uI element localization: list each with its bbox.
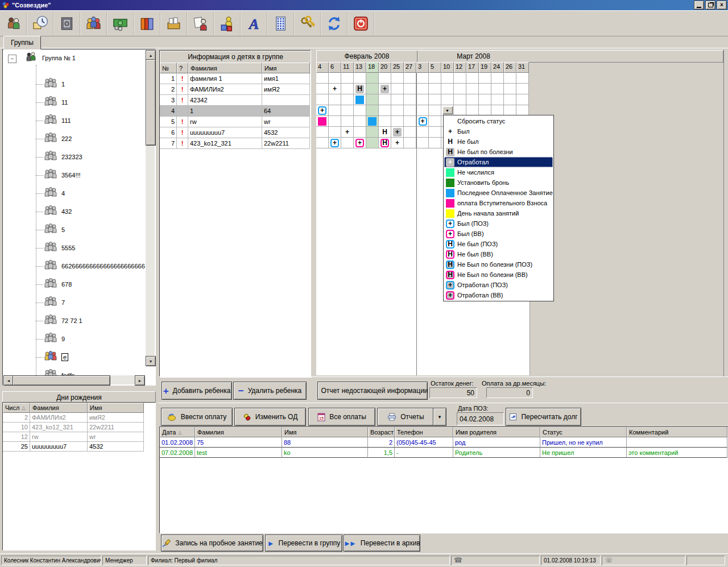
menu-item-sq-dgreen[interactable]: Установить бронь [444, 177, 553, 188]
status-marker-sq-yellow[interactable] [446, 209, 454, 218]
calendar-cell[interactable] [391, 105, 404, 116]
status-marker-plus[interactable]: + [446, 127, 454, 136]
tree-item-678[interactable]: 678 [43, 278, 72, 291]
tree-item-5555[interactable]: 5555 [43, 241, 75, 255]
status-marker-plus-bblue[interactable]: + [419, 117, 427, 126]
calendar-cell[interactable] [416, 127, 429, 138]
calendar-cell[interactable] [391, 84, 404, 94]
calendar-cell[interactable] [491, 84, 504, 94]
other-months-field[interactable]: 0 [486, 387, 533, 398]
calendar-cell[interactable] [366, 94, 379, 105]
calendar-cell[interactable] [429, 127, 441, 138]
reports-button[interactable]: Отчеты [377, 408, 435, 426]
calendar-cell[interactable] [491, 73, 504, 84]
menu-item-ngray-bblue[interactable]: ННе Был по болезни (ПОЗ) [444, 259, 553, 270]
calendar-cell[interactable] [479, 94, 491, 105]
calendar-cell[interactable] [429, 84, 441, 94]
recalc-debt-button[interactable]: Пересчитать долг [506, 408, 581, 426]
calendar-cell[interactable] [466, 73, 479, 84]
menu-item-sq-blue[interactable]: Последнее Оплаченное Занятие [444, 188, 553, 198]
poz-date-field[interactable]: 04.02.2008 [457, 412, 504, 425]
menu-item-plus[interactable]: +Был [444, 126, 553, 136]
toolbar-button-cardfile[interactable] [160, 12, 187, 35]
trials-column-header-0[interactable]: Дата△ [160, 427, 195, 437]
balance-field[interactable]: 50 [429, 387, 477, 398]
calendar-cell[interactable] [479, 73, 491, 84]
calendar-cell[interactable] [516, 84, 529, 94]
table-row[interactable]: 1!фамилия 1имя1 [160, 73, 310, 84]
calendar-cell[interactable] [516, 94, 529, 105]
menu-item-sq-magenta[interactable]: оплата Вступительного Взноса [444, 198, 553, 208]
minimize-button[interactable] [694, 1, 704, 10]
calendar-cell[interactable] [441, 73, 454, 84]
status-marker-sq-blue[interactable] [355, 96, 364, 104]
calendar-cell[interactable] [316, 127, 329, 138]
calendar-cell[interactable] [404, 94, 416, 105]
status-marker-plus-gray[interactable]: + [380, 85, 389, 93]
calendar-cell[interactable] [329, 116, 341, 127]
calendar-cell[interactable] [316, 84, 329, 94]
tree-item-5[interactable]: 5 [43, 223, 65, 237]
menu-item-sq-yellow[interactable]: День начала занятий [444, 208, 553, 218]
status-marker-plus-bmag[interactable]: + [355, 139, 364, 147]
birthday-column-header-2[interactable]: Имя [88, 403, 144, 413]
calendar-cell[interactable] [416, 94, 429, 105]
calendar-cell[interactable] [504, 94, 516, 105]
calendar-cell[interactable] [366, 127, 379, 138]
calendar-cell[interactable]: + [416, 116, 429, 127]
menu-item-plus-gray[interactable]: +Отработал [444, 157, 553, 167]
cell-dropdown-button[interactable]: ▼ [442, 106, 453, 114]
table-row[interactable]: 25uuuuuuuuu74532 [3, 442, 155, 452]
tree-item-4[interactable]: 4 [43, 187, 65, 200]
calendar-cell[interactable] [341, 73, 354, 84]
calendar-cell[interactable] [341, 105, 354, 116]
column-header-3[interactable]: Имя [262, 63, 310, 73]
calendar-cell[interactable] [329, 105, 341, 116]
calendar-cell[interactable] [366, 84, 379, 94]
calendar-cell[interactable] [329, 127, 341, 138]
tab-groups[interactable]: Группы [3, 36, 41, 49]
toolbar-button-schedule[interactable] [27, 12, 53, 35]
calendar-cell[interactable]: + [329, 84, 341, 94]
table-row[interactable]: 10423_ko12_32122w2211 [3, 423, 155, 432]
add-child-button[interactable]: + Добавить ребенка [162, 382, 232, 400]
calendar-cell[interactable]: + [329, 138, 341, 148]
calendar-cell[interactable]: + [354, 138, 366, 148]
table-row[interactable]: 4164 [160, 106, 310, 117]
calendar-cell[interactable] [379, 94, 391, 105]
trials-column-header-5[interactable]: Имя родителя [453, 427, 540, 437]
tree-item-1[interactable]: 1 [43, 77, 65, 91]
status-marker-n-bmag[interactable]: Н [446, 250, 454, 259]
missing-info-report-button[interactable]: Отчет недостающей информации [317, 382, 428, 400]
calendar-cell[interactable] [404, 116, 416, 127]
status-marker-n-gray[interactable]: Н [355, 85, 364, 93]
tree-item-222[interactable]: 222 [43, 132, 72, 146]
calendar-cell[interactable] [316, 94, 329, 105]
status-marker-sq-blue[interactable] [446, 189, 454, 197]
scroll-right-icon[interactable]: ► [135, 375, 145, 386]
calendar-cell[interactable] [354, 105, 366, 116]
toolbar-button-clients[interactable] [0, 12, 27, 35]
calendar-cell[interactable] [429, 94, 441, 105]
menu-item-n-bmag[interactable]: ННе был (ВВ) [444, 249, 553, 259]
calendar-cell[interactable] [354, 116, 366, 127]
menu-item-plusgray-bmag[interactable]: +Отработал (ВВ) [444, 290, 553, 300]
calendar-cell[interactable] [379, 105, 391, 116]
calendar-cell[interactable] [429, 105, 441, 116]
reports-dropdown-button[interactable]: ▼ [433, 408, 446, 426]
menu-item-n-bblue[interactable]: ННе был (ПОЗ) [444, 239, 553, 249]
status-marker-n[interactable]: Н [446, 138, 454, 146]
calendar-cell[interactable] [466, 94, 479, 105]
trials-column-header-7[interactable]: Комментарий [627, 427, 727, 437]
status-marker-plus[interactable]: + [393, 139, 402, 147]
status-marker-sq-green[interactable] [446, 168, 454, 177]
calendar-cell[interactable] [504, 84, 516, 94]
trial-enroll-button[interactable]: Запись на пробное занятие [161, 535, 263, 552]
trials-column-header-6[interactable]: Статус [540, 427, 627, 437]
calendar-cell[interactable] [329, 94, 341, 105]
toolbar-button-building[interactable] [267, 12, 294, 35]
calendar-cell[interactable] [491, 94, 504, 105]
calendar-cell[interactable] [341, 116, 354, 127]
trials-column-header-3[interactable]: Возраст [368, 427, 395, 437]
status-marker-ngray-bmag[interactable]: Н [446, 271, 454, 279]
